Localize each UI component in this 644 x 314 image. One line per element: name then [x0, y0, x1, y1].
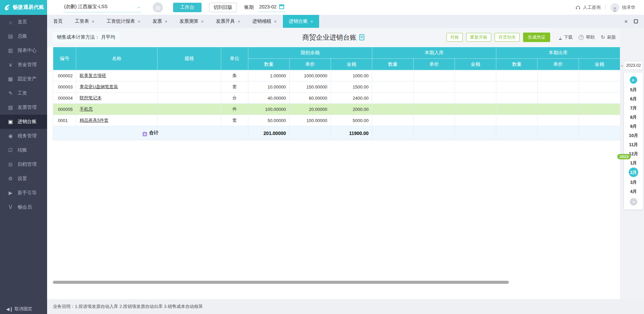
sidebar-item-home[interactable]: ⌂首页	[0, 15, 47, 29]
total-opening-amount: 11900.00	[331, 126, 372, 140]
headset-icon	[575, 5, 581, 10]
cell-code: 000005	[53, 104, 76, 115]
scrollbar-thumb[interactable]	[53, 281, 509, 284]
tab-invoice-issue[interactable]: 发票开具×	[210, 15, 246, 28]
cell-opening-qty: 100.00000	[248, 104, 290, 115]
close-icon[interactable]: ×	[237, 19, 240, 24]
help-button[interactable]: ? 帮助	[579, 34, 595, 40]
month-item[interactable]: 6月	[624, 94, 643, 103]
month-item[interactable]: 10月	[624, 131, 643, 140]
sub-header-qty: 数量	[496, 59, 538, 70]
tab-invoice-calc[interactable]: 发票测算×	[173, 15, 210, 28]
sub-header-price: 单价	[538, 59, 579, 70]
cell-name: 欧美复古项链	[76, 70, 158, 81]
sub-header-price: 单价	[290, 59, 331, 70]
cell-unit: 件	[221, 104, 248, 115]
stock-alias-button[interactable]: 存货别名	[495, 33, 520, 42]
cell-spec	[158, 81, 221, 93]
sidebar-item-invoice-mgmt[interactable]: ▧发票管理	[0, 100, 47, 115]
play-icon: ▶	[7, 190, 14, 196]
period-picker[interactable]: 2023-02	[258, 3, 286, 12]
unpin-sidebar-button[interactable]: ◀❙ 取消固定	[6, 306, 32, 312]
sidebar-item-member[interactable]: Ⅴ畅会员	[0, 200, 47, 214]
quick-record-icon[interactable]: ▤	[153, 2, 163, 13]
sidebar-item-funds[interactable]: ¥资金管理	[0, 58, 47, 72]
sidebar-item-archive[interactable]: ⊟归档管理	[0, 157, 47, 172]
cell-code: 000003	[53, 81, 76, 93]
col-header-spec: 规格	[158, 47, 221, 70]
generate-voucher-button[interactable]: 生成凭证	[523, 33, 550, 42]
total-label-cell: ▦合计	[53, 126, 248, 140]
scroll-up-button[interactable]: «	[630, 76, 637, 84]
item-link[interactable]: 手机壳	[80, 106, 93, 112]
cell-opening-amount: 1000.00	[331, 70, 372, 81]
item-link[interactable]: 欧美复古项链	[80, 73, 106, 78]
sidebar-item-tax-mgmt[interactable]: ◉税务管理	[0, 129, 47, 143]
report-icon: ▥	[7, 47, 14, 54]
item-link[interactable]: 联想笔记本	[80, 95, 102, 100]
tab-home[interactable]: 首页	[47, 15, 69, 28]
sidebar-item-purchase-sale-ledger[interactable]: ▣进销台账	[0, 115, 47, 129]
user-menu[interactable]: 徐泽华	[610, 3, 635, 12]
sidebar-item-fixed-assets[interactable]: ▦固定资产	[0, 72, 47, 86]
cell-code: 000004	[53, 93, 76, 104]
cell-in-amount	[455, 115, 496, 126]
month-item[interactable]: 1月	[624, 158, 643, 168]
close-icon[interactable]: ×	[165, 19, 167, 24]
cell-spec	[158, 93, 221, 104]
item-link[interactable]: 精品茶具5件套	[80, 118, 108, 123]
sidebar-item-beginner-guide[interactable]: ▶新手引导	[0, 186, 47, 200]
month-item[interactable]: 11月	[624, 140, 643, 149]
sidebar-item-report-center[interactable]: ▥报表中心	[0, 43, 47, 58]
reconcile-button[interactable]: 对账	[446, 33, 463, 42]
logo: 畅捷通易代账	[0, 0, 47, 15]
month-item-active[interactable]: 2月	[624, 168, 643, 178]
cell-unit: 条	[221, 70, 248, 81]
close-icon[interactable]: ×	[274, 19, 277, 24]
collapse-panel-icon[interactable]: »	[621, 63, 623, 68]
workbench-button[interactable]: 工作台	[173, 3, 202, 12]
month-item[interactable]: 3月	[624, 178, 643, 187]
sidebar-item-closing[interactable]: ☑结账	[0, 143, 47, 157]
close-icon[interactable]: ×	[311, 19, 313, 24]
month-item[interactable]: 5月	[624, 85, 643, 94]
invoice-icon: ▧	[7, 104, 14, 111]
tab-purchase-sale-ledger[interactable]: 进销台账×	[283, 15, 319, 28]
cell-out-amount	[579, 115, 620, 126]
cell-opening-price: 150.00000	[290, 81, 331, 93]
close-icon[interactable]: ×	[92, 19, 95, 24]
sub-header-qty: 数量	[372, 59, 414, 70]
download-button[interactable]: ↓ 下载	[559, 34, 573, 40]
tab-invoice[interactable]: 发票×	[146, 15, 173, 28]
total-empty	[496, 126, 538, 140]
consult-link[interactable]: 人工咨询	[575, 4, 601, 11]
item-link[interactable]: 青花瓷U盘钢笔套装	[80, 84, 118, 89]
switch-old-version-button[interactable]: 切到旧版	[209, 3, 237, 12]
company-selector[interactable]: (勿删) 江西服宝-LSS ⌄	[63, 2, 141, 13]
month-item[interactable]: 7月	[624, 103, 643, 113]
cell-in-price	[414, 93, 455, 104]
refresh-button[interactable]: ↻ 刷新	[601, 34, 616, 40]
month-item[interactable]: 4月	[624, 187, 643, 196]
reopen-account-button[interactable]: 重新开账	[466, 33, 491, 42]
scroll-down-button[interactable]: «	[630, 198, 637, 205]
month-item[interactable]: 9月	[624, 122, 643, 131]
sidebar-item-general-ledger[interactable]: ▤总账	[0, 29, 47, 43]
cell-opening-price: 1000.00000	[290, 70, 331, 81]
close-all-tabs-icon[interactable]: ×	[624, 19, 628, 24]
fullscreen-icon[interactable]	[634, 19, 638, 23]
document-icon[interactable]	[359, 34, 365, 40]
tab-salary-sheet[interactable]: 工资表×	[69, 15, 101, 28]
close-icon[interactable]: ×	[201, 19, 204, 24]
sidebar-item-settings[interactable]: ⚙设置	[0, 172, 47, 186]
cell-in-price	[414, 104, 455, 115]
col-header-unit: 单位	[221, 47, 248, 70]
cell-out-amount	[579, 70, 620, 81]
close-icon[interactable]: ×	[138, 19, 141, 24]
sidebar-item-salary[interactable]: ✎工资	[0, 86, 47, 100]
tab-salary-report[interactable]: 工资统计报表×	[101, 15, 147, 28]
horizontal-scrollbar	[53, 281, 620, 284]
tab-purchase-sale-audit[interactable]: 进销稽核×	[246, 15, 283, 28]
month-item[interactable]: 8月	[624, 113, 643, 122]
month-panel: « 5月 6月 7月 8月 9月 10月 11月 12月 1月 2月 3月 4月…	[624, 73, 643, 210]
